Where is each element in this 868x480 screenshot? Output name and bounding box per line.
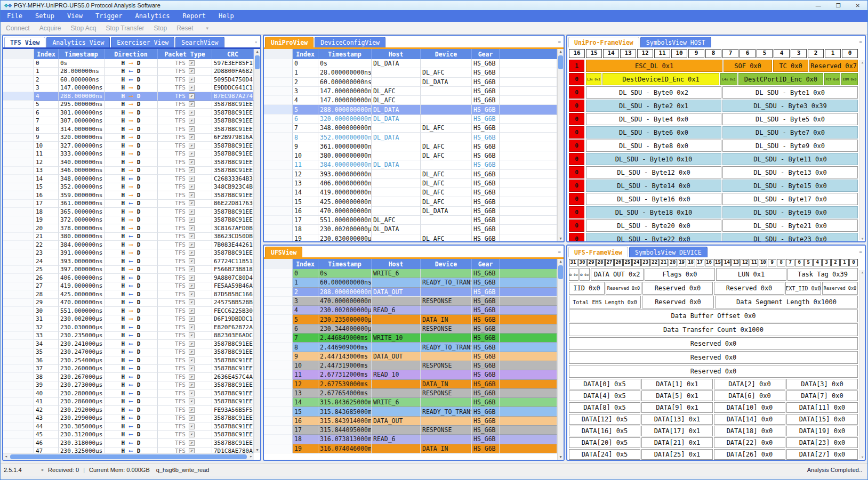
frame-field[interactable]: IID 0x0 — [569, 282, 605, 295]
frame-field[interactable]: DATA[7] 0x0 — [786, 390, 858, 401]
packet-detail-icon[interactable]: ⬈ — [189, 159, 195, 165]
table-row[interactable]: 40 230.280000µs HD TFS⬈ 3587B8C91EE72 — [3, 389, 254, 398]
table-row[interactable]: 19 372.000000ns HD TFS⬈ 3587B8C91EE72 — [3, 216, 254, 225]
frame-field[interactable]: DL_SDU - Byte7 0x0 — [722, 126, 858, 139]
scroll-up-icon[interactable]: ▲ — [558, 50, 564, 54]
table-row[interactable]: 33 230.235000µs HD TFS⬈ 882303E6ADC41 — [3, 332, 254, 340]
col-device[interactable]: Device — [421, 259, 472, 269]
col-index[interactable]: Index — [293, 49, 318, 59]
table-row[interactable]: 20 378.000000ns HD TFS⬈ 3C8167AFD0B12 — [3, 224, 254, 233]
table-row[interactable]: 38 230.267000µs HD TFS⬈ 2636E457C4A4B — [3, 373, 254, 381]
toolbar-button[interactable]: Stop — [154, 25, 167, 32]
table-row[interactable]: 21 380.000000ns HD TFS⬈ 38623CD50DBE1 — [3, 233, 254, 241]
tab-overflow-icon[interactable]: ≡ — [558, 39, 562, 45]
frame-field[interactable]: DL_SDU - Byte20 0x0 — [586, 219, 721, 232]
table-row[interactable]: 9 2.447143000ms DATA_OUT HS_G6B — [264, 352, 557, 361]
packet-detail-icon[interactable]: ⬈ — [189, 209, 195, 215]
table-row[interactable]: 30 551.000000ns HD TFS⬈ FECC6225B306E — [3, 307, 254, 315]
packet-detail-icon[interactable]: ⬈ — [189, 233, 195, 239]
frame-field[interactable]: ESC_DL 0x1 — [586, 60, 722, 72]
packet-detail-icon[interactable]: ⬈ — [189, 357, 195, 363]
scroll-up-icon[interactable]: ▲ — [558, 259, 564, 264]
table-row[interactable]: 8 314.000000ns HD TFS⬈ 3587B8C91EE72 — [3, 125, 254, 134]
packet-detail-icon[interactable]: ⬈ — [189, 60, 195, 66]
table-row[interactable]: 7 307.000000ns HD TFS⬈ 3587B8C91EE72 — [3, 117, 254, 126]
frame-field[interactable]: DL_SDU - Byte3 0x39 — [722, 100, 858, 112]
unipro-panel-tab[interactable]: DeviceConfigView — [315, 37, 385, 47]
frame-field[interactable]: DL_SDU - Byte6 0x0 — [586, 126, 721, 139]
packet-detail-icon[interactable]: ⬈ — [189, 217, 195, 223]
scroll-down-icon[interactable]: ▼ — [558, 237, 564, 241]
packet-detail-icon[interactable]: ⬈ — [189, 440, 195, 446]
frame-field[interactable]: Reserved 0x0 — [569, 365, 858, 378]
frame-field[interactable]: DATA[8] 0x5 — [569, 402, 640, 413]
table-row[interactable]: 1 28.000000ns HD TFS⬈ 2D8800FA682CD — [3, 68, 254, 76]
left-panel-tab[interactable]: Analytics View — [46, 37, 110, 47]
ufs-panel-tab[interactable]: UFSView — [265, 247, 302, 257]
toolbar-button[interactable]: Connect — [6, 25, 30, 32]
table-row[interactable]: 39 230.273000µs HD TFS⬈ 3587B8C91EE72 — [3, 381, 254, 390]
frame-field[interactable]: DATA[3] 0x0 — [786, 379, 858, 389]
toolbar-button[interactable]: Acquire — [39, 25, 61, 32]
table-row[interactable]: 11 2.677312000ms READ_10 HS_G6B — [264, 370, 557, 379]
frame-field[interactable]: DL_SDU - Byte14 0x0 — [586, 180, 721, 192]
frame-field[interactable]: Reserved 0x0 — [642, 296, 714, 308]
packet-detail-icon[interactable]: ⬈ — [189, 184, 195, 190]
frame-view-tab[interactable]: UFS-FrameView — [568, 247, 628, 257]
frame-field[interactable]: DL_SDU - Byte23 0x0 — [722, 233, 858, 242]
table-row[interactable]: 31 230.002000µs HD TFS⬈ D6F19DBDDC1CC — [3, 315, 254, 324]
frame-field[interactable]: DL_SDU - Byte10 0x10 — [586, 153, 721, 165]
frame-field[interactable]: DL_SDU - Byte8 0x0 — [586, 140, 721, 152]
packet-detail-icon[interactable]: ⬈ — [189, 85, 195, 91]
packet-detail-icon[interactable]: ⬈ — [189, 176, 195, 182]
frame-field[interactable]: DATA[17] 0x1 — [641, 426, 713, 436]
frame-view-tab[interactable]: SymbolsView_DEVICE — [629, 247, 708, 257]
col-timestamp[interactable]: Timestamp — [318, 259, 372, 269]
table-row[interactable]: 26 406.000000ns HD TFS⬈ 9A8807C80D468 — [3, 274, 254, 282]
table-row[interactable]: 3 470.000000000ns RESPONSE HS_G6B — [264, 297, 557, 306]
table-row[interactable]: 2 288.000000000ns DATA_OUT HS_G6B — [264, 288, 557, 297]
table-row[interactable]: 12 340.000000ns HD TFS⬈ 3587B8C91EE72 — [3, 158, 254, 167]
col-packet-type[interactable]: Packet Type — [158, 49, 212, 59]
col-gear[interactable]: Gear — [472, 49, 500, 59]
frame-field[interactable]: DL_SDU - Byte15 0x0 — [722, 180, 858, 192]
table-row[interactable]: 23 391.000000ns HD TFS⬈ 3587B8C91EE72 — [3, 249, 254, 258]
frame-field[interactable]: DATA[20] 0x5 — [569, 437, 640, 448]
table-row[interactable]: 15 352.000000ns HD TFS⬈ 348CB923C4B85 — [3, 183, 254, 192]
vertical-scrollbar[interactable]: ▲ ▼ — [859, 270, 865, 459]
table-row[interactable]: 11 384.000000000ns DL_DATA HS_G6B — [264, 160, 557, 169]
frame-field[interactable]: HD 0x0 — [569, 268, 578, 281]
frame-field[interactable]: Flags 0x0 — [645, 268, 715, 281]
table-row[interactable]: 16 315.843914000ms DATA_OUT HS_G6B — [264, 417, 557, 426]
packet-detail-icon[interactable]: ⬈ — [189, 398, 195, 404]
toolbar-button[interactable]: Reset — [176, 25, 193, 32]
table-row[interactable]: 19 316.074046000ms DATA_IN HS_G6B — [264, 444, 557, 453]
frame-field[interactable]: DL_SDU - Byte4 0x0 — [586, 113, 721, 125]
table-row[interactable]: 47 230.325000µs HD TFS⬈ 7D1C8AE780AD9 — [3, 448, 254, 453]
table-row[interactable]: 42 230.292000µs HD TFS⬈ FE93A56B5F5F2 — [3, 406, 254, 414]
table-row[interactable]: 37 230.260000µs HD TFS⬈ 3587B8C91EE72 — [3, 365, 254, 373]
table-row[interactable]: 6 230.344000000µs RESPONSE HS_G6B — [264, 324, 557, 333]
table-row[interactable]: 19 230.030000000µs DL_AFC HS_G6B — [264, 234, 557, 242]
tab-overflow-icon[interactable]: ▾ — [255, 39, 259, 45]
vertical-scrollbar[interactable]: ▲ ▼ — [859, 60, 865, 240]
table-row[interactable]: 2 60.000000000ns DL_DATA HS_G6B — [264, 78, 557, 87]
frame-field[interactable]: DestDeviceID_Enc 0x1 — [602, 73, 719, 85]
frame-field[interactable]: DATA[11] 0x0 — [786, 402, 858, 413]
frame-field[interactable]: DATA[13] 0x1 — [641, 414, 713, 425]
table-row[interactable]: 27 419.000000ns HD TFS⬈ FE5AA59B46A9B — [3, 282, 254, 291]
frame-field[interactable]: DL_SDU - Byte22 0x0 — [586, 233, 721, 242]
frame-field[interactable]: Reserved 0x0 — [569, 351, 858, 364]
packet-detail-icon[interactable]: ⬈ — [189, 68, 195, 74]
packet-detail-icon[interactable]: ⬈ — [189, 415, 195, 421]
packet-detail-icon[interactable]: ⬈ — [189, 390, 195, 396]
frame-field[interactable]: DL_SDU - Byte2 0x1 — [586, 100, 721, 112]
frame-field[interactable]: L3s 0x1 — [586, 73, 601, 85]
table-row[interactable]: 1 28.000000000ns DL_AFC HS_G6B — [264, 68, 557, 77]
table-row[interactable]: 5 230.235000000µs DATA_IN HS_G6B — [264, 315, 557, 324]
packet-detail-icon[interactable]: ⬈ — [189, 242, 195, 248]
col-host[interactable]: Host — [372, 49, 421, 59]
frame-field[interactable]: DL_SDU - Byte13 0x0 — [722, 166, 858, 178]
tab-overflow-icon[interactable]: ≡ — [859, 249, 864, 255]
frame-field[interactable]: DL_SDU - Byte17 0x0 — [722, 193, 858, 205]
